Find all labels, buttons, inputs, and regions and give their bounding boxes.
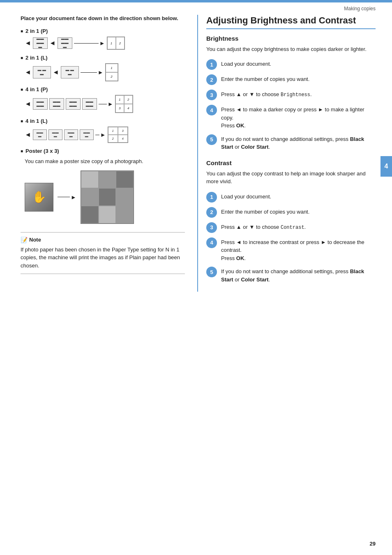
contrast-step-2: 2 Enter the number of copies you want. <box>206 207 376 218</box>
left-column: Place your document face down in the dir… <box>21 15 185 292</box>
contrast-step-5: 5 If you do not want to change additiona… <box>206 266 376 283</box>
arrow-left-icon-2: ◄ <box>49 39 56 47</box>
page-label: Making copies <box>344 6 376 12</box>
arrow-left-icon-5: ◄ <box>25 100 31 108</box>
poster-cell <box>81 206 99 223</box>
step-num: 5 <box>206 134 217 145</box>
doc-p-3: ▬▬▬▬ <box>66 98 81 110</box>
poster-cell <box>99 188 116 206</box>
step-text: Enter the number of copies you want. <box>221 207 309 216</box>
poster-cell <box>81 188 99 206</box>
brightness-step-2: 2 Enter the number of copies you want. <box>206 74 376 85</box>
step-text: Press ◄ to make a darker copy or press ►… <box>221 104 376 130</box>
note-box: 📝 Note If photo paper has been chosen in… <box>21 232 185 274</box>
doc-landscape-1: ▬ ▬▬ <box>33 66 51 78</box>
poster-cell <box>99 171 116 189</box>
contrast-desc: You can adjust the copy contrast to help… <box>206 170 376 186</box>
layout-2in1p-label: 2 in 1 (P) <box>21 28 185 34</box>
doc-p-2: ▬▬▬▬ <box>49 98 64 110</box>
poster-cell <box>116 206 134 223</box>
contrast-step-3: 3 Press ▲ or ▼ to choose Contrast. <box>206 222 376 233</box>
layout-4in1p: 4 in 1 (P) ◄ ▬▬▬▬ ▬▬▬▬ ▬▬▬▬ ▬▬▬▬ ► 1 2 3… <box>21 86 185 113</box>
result-2in1l: 1 2 <box>105 63 118 81</box>
step-text: Press ▲ or ▼ to choose Contrast. <box>221 222 306 231</box>
doc-p-1: ▬▬▬▬ <box>33 98 48 110</box>
grid-cell: 3 <box>115 104 124 113</box>
contrast-section: Contrast You can adjust the copy contras… <box>206 159 376 284</box>
right-column: Adjusting Brightness and Contrast Bright… <box>197 15 376 292</box>
layout-4in1l: 4 in 1 (L) ◄ ▬▬▬ ▬▬▬ ▬▬▬ ▬▬▬ ► 1 3 2 4 <box>21 118 185 143</box>
layout-2in1p-diagram: ◄ ▬▬▬▬▬ ◄ ▬▬▬▬▬ ► 1 2 <box>25 37 185 50</box>
step-text: If you do not want to change additional … <box>221 266 376 283</box>
arrow-left-icon-6: ◄ <box>25 131 31 138</box>
note-icon: 📝 <box>21 237 28 243</box>
arrow-left-icon: ◄ <box>25 39 31 47</box>
note-text: If photo paper has been chosen in the Pa… <box>21 246 185 270</box>
step-num: 3 <box>206 222 217 233</box>
brightness-title: Brightness <box>206 35 376 42</box>
doc-portrait-1: ▬▬▬▬▬ <box>33 37 48 49</box>
grid-cell: 4 <box>118 135 128 143</box>
tab-marker: 4 <box>380 156 392 177</box>
poster-cell <box>116 171 134 189</box>
result-4in1l: 1 3 2 4 <box>108 127 128 143</box>
grid-cell: 1 <box>107 37 116 49</box>
brightness-steps: 1 Load your document. 2 Enter the number… <box>206 59 376 151</box>
step-text: Load your document. <box>221 191 271 201</box>
layout-2in1l-diagram: ◄ ▬ ▬▬ ◄ ▬ ▬▬ ► 1 2 <box>25 63 185 81</box>
long-arrow-2: ► <box>81 69 104 76</box>
note-title: 📝 Note <box>21 237 185 243</box>
poster-desc: You can make a poster size copy of a pho… <box>25 157 185 166</box>
step-num: 4 <box>206 105 217 115</box>
poster-cell <box>116 188 134 206</box>
section-divider <box>206 28 376 29</box>
step-text: Press ▲ or ▼ to choose Brightness. <box>221 89 312 99</box>
step-text: Press ◄ to increase the contrast or pres… <box>221 237 376 263</box>
page-title: Adjusting Brightness and Contrast <box>206 15 376 27</box>
step-num: 2 <box>206 74 217 85</box>
grid-cell: 2 <box>106 72 118 81</box>
layout-4in1p-label: 4 in 1 (P) <box>21 86 185 92</box>
step-num: 1 <box>206 192 217 203</box>
doc-l-1: ▬▬▬ <box>33 129 47 140</box>
doc-portrait-2: ▬▬▬▬▬ <box>58 37 72 49</box>
grid-cell: 2 <box>124 95 133 104</box>
poster-cell <box>81 171 99 189</box>
poster-result-grid <box>81 170 134 224</box>
contrast-step-1: 1 Load your document. <box>206 191 376 203</box>
poster-images: ✋ ► <box>25 170 185 224</box>
doc-landscape-2: ▬ ▬▬ <box>61 66 79 78</box>
step-num: 2 <box>206 207 217 218</box>
step-text: Load your document. <box>221 59 271 68</box>
place-doc-heading: Place your document face down in the dir… <box>21 15 185 22</box>
layout-4in1p-diagram: ◄ ▬▬▬▬ ▬▬▬▬ ▬▬▬▬ ▬▬▬▬ ► 1 2 3 4 <box>25 95 185 113</box>
brightness-step-5: 5 If you do not want to change additiona… <box>206 134 376 151</box>
layout-4in1l-label: 4 in 1 (L) <box>21 118 185 124</box>
poster-cell <box>99 206 116 223</box>
step-num: 5 <box>206 267 217 277</box>
doc-l-4: ▬▬▬ <box>80 129 94 140</box>
step-text: Enter the number of copies you want. <box>221 74 309 83</box>
poster-arrow: ► <box>58 194 76 200</box>
result-2in1p: 1 2 <box>107 37 125 50</box>
doc-l-2: ▬▬▬ <box>48 129 62 140</box>
layout-4in1l-diagram: ◄ ▬▬▬ ▬▬▬ ▬▬▬ ▬▬▬ ► 1 3 2 4 <box>25 127 185 143</box>
arrow-left-icon-3: ◄ <box>25 69 31 76</box>
grid-cell: 3 <box>118 127 128 135</box>
grid-cell: 2 <box>108 135 118 143</box>
note-label: Note <box>29 237 41 243</box>
page-number: 29 <box>370 541 376 547</box>
poster-section: Poster (3 x 3) You can make a poster siz… <box>21 148 185 274</box>
brightness-section: Brightness You can adjust the copy brigh… <box>206 35 376 151</box>
grid-cell: 1 <box>108 127 118 135</box>
step-num: 4 <box>206 237 217 248</box>
grid-cell: 1 <box>115 95 124 104</box>
brightness-desc: You can adjust the copy brightness to ma… <box>206 45 376 53</box>
step-num: 1 <box>206 59 217 70</box>
step-text: If you do not want to change additional … <box>221 134 376 151</box>
contrast-steps: 1 Load your document. 2 Enter the number… <box>206 191 376 284</box>
grid-cell: 4 <box>124 104 133 113</box>
grid-cell: 2 <box>116 37 125 49</box>
long-arrow: ► <box>74 40 105 46</box>
poster-label: Poster (3 x 3) <box>21 148 185 154</box>
